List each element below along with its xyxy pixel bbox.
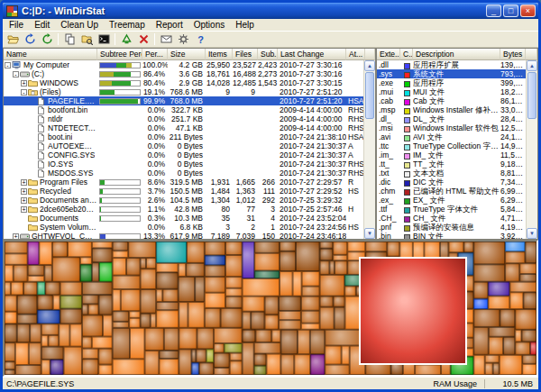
- extension-column-header-2[interactable]: Description: [413, 49, 500, 60]
- extension-description: 系统文件: [413, 69, 500, 78]
- scroll-up-icon[interactable]: ▲: [364, 60, 375, 71]
- toolbar-delete-button[interactable]: [135, 32, 151, 47]
- tree-row[interactable]: +WINDOWS80.4%2.9 GB14,02812,4851,5432010…: [4, 78, 363, 87]
- maximize-button[interactable]: □: [503, 5, 518, 17]
- tree-column-header-1[interactable]: Subtree Perc...: [97, 49, 142, 60]
- extension-scroll-thumb[interactable]: [527, 72, 536, 119]
- tree-column-header-5[interactable]: Files: [233, 49, 258, 60]
- extension-row[interactable]: .tt_TT_ 文件9,180,472: [377, 160, 526, 169]
- expand-icon[interactable]: +: [13, 233, 19, 240]
- tree-cell-size: 768.0 MB: [168, 96, 206, 105]
- tree-row[interactable]: +GHTWFVOL_CN (D:)13.3%617.9 MB7,1897,039…: [4, 232, 363, 239]
- menu-options[interactable]: Options: [188, 19, 230, 32]
- scroll-up-icon[interactable]: ▲: [527, 60, 537, 71]
- tree-column-header-7[interactable]: Last Change: [278, 49, 346, 60]
- extension-scroll-track[interactable]: [527, 120, 537, 228]
- extension-row[interactable]: .ttcTrueType Collection 字体文件14,921,736: [377, 141, 526, 150]
- expand-icon[interactable]: +: [21, 206, 27, 213]
- collapse-icon[interactable]: -: [21, 89, 27, 96]
- tree-column-header-6[interactable]: Sub...: [258, 49, 278, 60]
- tree-row[interactable]: +Program Files8.6%319.5 MB1,9311,6652662…: [4, 178, 363, 187]
- tree-row[interactable]: -(C:)86.4%3.6 GB18,76116,4882,2732010-7-…: [4, 69, 363, 78]
- extension-column-header-1[interactable]: C...: [400, 49, 413, 60]
- extension-row[interactable]: .im_IM_ 文件11,534,336: [377, 150, 526, 160]
- menu-edit[interactable]: Edit: [29, 19, 55, 32]
- tree-row[interactable]: +2dce605eb2032caf8b6...1.1%42.8 MB807732…: [4, 205, 363, 214]
- tree-row[interactable]: -My Computer100.0%4.2 GB25,95023,5272,42…: [4, 60, 363, 69]
- tree-column-header-8[interactable]: At...: [346, 49, 365, 60]
- tree-row[interactable]: +boot.ini0.0%211 Bytes2010-7-24 21:38:10…: [4, 132, 363, 141]
- expand-icon[interactable]: +: [21, 188, 27, 195]
- expand-icon[interactable]: +: [21, 179, 27, 186]
- extension-row[interactable]: .dll应用程序扩展139,273,558: [377, 60, 526, 69]
- menu-report[interactable]: Report: [151, 19, 188, 32]
- tree-cell-percent: 0.0%: [142, 114, 168, 123]
- tree-row[interactable]: +Recycled3.7%150.5 MB1,4841,3631112010-7…: [4, 187, 363, 196]
- tree-scroll-thumb[interactable]: [365, 72, 374, 119]
- extension-row[interactable]: .dicDIC 文件7,340,032: [377, 178, 526, 187]
- tree-row[interactable]: -(Files)19.1%768.6 MB992010-7-27 2:51:20: [4, 87, 363, 96]
- minimize-button[interactable]: _: [486, 5, 501, 17]
- subtree-percentage-bar: [97, 105, 142, 114]
- titlebar[interactable]: C:|D: - WinDirStat _ □ ×: [3, 3, 538, 19]
- extension-row[interactable]: .cabCab 文件86,114,304: [377, 96, 526, 105]
- tree-column-header-2[interactable]: Per...: [142, 49, 168, 60]
- extension-row[interactable]: .txt文本文档8,812,405: [377, 169, 526, 178]
- extension-row[interactable]: .ttfTrueType 字体文件5,842,719: [377, 205, 526, 214]
- tree-row[interactable]: +NTDETECT.COM0.0%47.1 KB2009-4-14 4:00:0…: [4, 123, 363, 132]
- treemap-canvas[interactable]: [5, 242, 536, 375]
- tree-row[interactable]: +CONFIG.SYS0.0%0 Bytes2010-7-24 21:30:37…: [4, 150, 363, 160]
- extension-row[interactable]: .chm已编译的 HTML 帮助文件6,990,418: [377, 187, 526, 196]
- tree-row[interactable]: +Documents0.3%10.3 MB353142010-7-24 23:5…: [4, 214, 363, 223]
- extension-row[interactable]: .dl_DL_ 文件28,472,165: [377, 114, 526, 123]
- expand-icon[interactable]: +: [21, 197, 27, 204]
- toolbar-refresh-all-button[interactable]: [22, 32, 38, 47]
- tree-row[interactable]: +AUTOEXEC.BAT0.0%0 Bytes2010-7-24 21:30:…: [4, 141, 363, 150]
- tree-row[interactable]: +ntldr0.0%251.7 KB2009-4-14 4:00:00RHSA: [4, 114, 363, 123]
- toolbar-settings-button[interactable]: [175, 32, 191, 47]
- toolbar-delete-to-recycle-bin-button[interactable]: [118, 32, 134, 47]
- extension-row[interactable]: .msiWindows Installer 软件包12,582,912: [377, 123, 526, 132]
- extension-row[interactable]: .pnf预编译的安装信息4,194,304: [377, 223, 526, 232]
- scroll-down-icon[interactable]: ▼: [364, 228, 375, 239]
- expand-icon[interactable]: +: [21, 80, 27, 87]
- toolbar-help-button[interactable]: ?: [192, 32, 208, 47]
- menu-file[interactable]: File: [4, 19, 29, 32]
- extension-row[interactable]: .sys系统文件793,480,192: [377, 69, 526, 78]
- toolbar-copy-path-button[interactable]: [61, 32, 78, 47]
- collapse-icon[interactable]: -: [13, 71, 19, 77]
- tree-row[interactable]: +IO.SYS0.0%0 Bytes2010-7-24 21:30:37RHSA: [4, 160, 363, 169]
- extension-row[interactable]: .aviAVI 文件24,117,248: [377, 132, 526, 141]
- tree-row[interactable]: +Documents and Sett...2.6%104.5 MB1,3041…: [4, 196, 363, 205]
- toolbar-refresh-selected-button[interactable]: [39, 32, 55, 47]
- close-button[interactable]: ×: [520, 5, 536, 17]
- menu-treemap[interactable]: Treemap: [104, 19, 151, 32]
- toolbar-open-button[interactable]: [5, 32, 21, 47]
- extension-row[interactable]: .mspWindows Installer 修补程序33,030,144: [377, 105, 526, 114]
- extension-row[interactable]: .muiMUI 文件18,243,584: [377, 87, 526, 96]
- extension-scrollbar[interactable]: ▲ ▼: [526, 60, 537, 239]
- tree-row[interactable]: +System Volume Info...0.0%6.8 KB3212010-…: [4, 223, 363, 232]
- scroll-down-icon[interactable]: ▼: [527, 228, 537, 239]
- tree-row[interactable]: +bootfont.bin0.0%322.7 KB2009-4-14 4:00:…: [4, 105, 363, 114]
- tree-column-header-3[interactable]: Size: [168, 49, 206, 60]
- menu-clean-up[interactable]: Clean Up: [55, 19, 104, 32]
- tree-row[interactable]: +PAGEFILE.SYS99.9%768.0 MB2010-7-27 2:51…: [4, 96, 363, 105]
- extension-row[interactable]: .ex_EX_ 文件6,291,456: [377, 196, 526, 205]
- extension-row[interactable]: .CH_CH_ 文件4,718,592: [377, 214, 526, 223]
- toolbar-send-report-button[interactable]: [158, 32, 174, 47]
- tree-row[interactable]: +MSDOS.SYS0.0%0 Bytes2010-7-24 21:30:37R…: [4, 169, 363, 178]
- extension-row[interactable]: .binBIN 文件3,927,404: [377, 232, 526, 239]
- tree-column-header-0[interactable]: Name: [4, 49, 97, 60]
- menu-help[interactable]: Help: [230, 19, 260, 32]
- extension-column-header-0[interactable]: Exte...: [377, 49, 400, 60]
- toolbar-command-prompt-here-button[interactable]: [96, 32, 112, 47]
- tree-item-label: (Files): [40, 87, 61, 96]
- collapse-icon[interactable]: -: [5, 62, 11, 68]
- tree-scrollbar[interactable]: ▲ ▼: [363, 60, 375, 239]
- extension-row[interactable]: .exe应用程序399,216,640: [377, 78, 526, 87]
- extension-column-header-3[interactable]: Bytes: [500, 49, 526, 60]
- tree-scroll-track[interactable]: [364, 120, 375, 228]
- tree-column-header-4[interactable]: Items: [206, 49, 233, 60]
- toolbar-explorer-here-button[interactable]: [78, 32, 95, 47]
